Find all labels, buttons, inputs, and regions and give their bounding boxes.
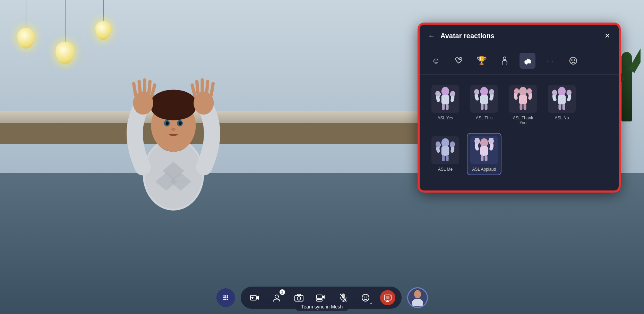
svg-point-42 [558,87,566,96]
svg-point-9 [166,121,169,125]
svg-rect-77 [317,299,322,301]
svg-point-48 [441,138,449,147]
reaction-label-asl-no: ASL No [555,116,569,120]
people-button[interactable]: 1 [269,290,284,305]
grid-menu-button[interactable] [216,288,235,307]
session-label: Team sync in Mesh [295,302,349,311]
category-trophy[interactable]: 🏆 [474,53,490,69]
svg-point-64 [225,297,226,298]
svg-point-82 [362,294,369,301]
svg-rect-53 [446,155,449,161]
panel-close-button[interactable]: ✕ [604,32,610,40]
record-button[interactable] [247,290,262,305]
svg-point-66 [223,299,225,300]
svg-rect-17 [527,59,529,63]
svg-point-60 [223,295,225,297]
reaction-avatar-asl-yes [431,85,459,113]
svg-point-38 [514,88,519,94]
reaction-label-asl-thank-you: ASL Thank You [509,116,537,125]
svg-point-84 [366,297,367,298]
svg-point-54 [480,138,488,147]
svg-point-63 [223,297,225,298]
svg-rect-41 [524,104,526,110]
svg-rect-76 [317,295,322,299]
svg-rect-55 [480,146,488,156]
svg-point-32 [474,89,479,95]
category-face[interactable] [565,53,581,69]
avatar-reactions-panel: ← Avatar reactions ✕ ☺ 🏆 ··· [419,24,620,192]
svg-point-33 [489,89,494,95]
svg-rect-31 [480,95,488,104]
reaction-avatar-asl-this [470,85,498,113]
svg-rect-59 [485,155,488,161]
category-tabs: ☺ 🏆 ··· [420,47,619,75]
avatar-container [69,28,277,271]
svg-point-11 [171,128,175,131]
svg-point-23 [574,59,575,61]
svg-point-44 [552,90,557,95]
reaction-avatar-asl-no [548,85,576,113]
emoji-chevron: ▲ [370,302,373,305]
svg-point-45 [567,90,572,95]
svg-rect-46 [558,104,561,110]
svg-rect-47 [563,104,565,110]
svg-rect-34 [481,104,483,110]
svg-point-72 [275,295,278,298]
panel-back-button[interactable]: ← [428,32,435,40]
svg-point-39 [527,88,532,94]
people-count-badge: 1 [280,289,285,295]
svg-rect-19 [525,60,526,64]
reaction-avatar-asl-applaud [470,136,498,164]
svg-point-61 [225,295,226,297]
svg-point-65 [227,297,228,298]
svg-point-30 [480,87,488,96]
svg-point-68 [227,299,228,300]
svg-rect-49 [441,146,449,156]
reaction-asl-this[interactable]: ASL This [467,82,501,129]
svg-point-6 [151,95,196,120]
svg-point-51 [450,141,455,147]
reaction-asl-thank-you[interactable]: ASL Thank You [506,82,540,129]
reaction-asl-yes[interactable]: ASL Yes [428,82,463,129]
category-emoji[interactable]: ☺ [428,53,444,69]
reaction-label-asl-this: ASL This [476,116,492,120]
reaction-label-asl-yes: ASL Yes [438,116,453,120]
svg-rect-40 [520,104,522,110]
user-avatar-button[interactable] [407,287,428,308]
svg-point-26 [435,91,440,96]
svg-point-89 [414,290,421,298]
avatar-svg [118,59,229,239]
reaction-asl-applaud[interactable]: ASL Applaud [467,133,501,175]
svg-point-22 [571,59,573,61]
light-1 [17,0,35,64]
category-more[interactable]: ··· [542,53,558,69]
svg-point-15 [503,57,506,60]
reaction-asl-me[interactable]: ASL Me [428,133,463,175]
svg-rect-86 [386,296,389,299]
svg-rect-52 [442,155,445,161]
svg-point-24 [441,87,449,96]
svg-point-27 [450,91,455,96]
svg-point-67 [225,299,226,300]
category-gesture[interactable] [497,53,513,69]
svg-rect-43 [558,95,566,104]
reaction-asl-no[interactable]: ASL No [544,82,579,129]
svg-rect-35 [485,104,488,110]
svg-point-62 [227,295,228,297]
reaction-avatar-asl-thank-you [509,85,537,113]
category-hand[interactable] [520,53,535,69]
category-hearts[interactable] [451,53,467,69]
svg-point-10 [179,121,182,125]
share-present-button[interactable] [380,290,395,305]
reaction-label-asl-applaud: ASL Applaud [472,167,496,172]
svg-rect-37 [519,95,527,104]
panel-header: ← Avatar reactions ✕ [420,25,619,47]
panel-title: Avatar reactions [440,32,604,40]
svg-rect-58 [481,155,483,161]
svg-point-50 [436,141,440,147]
svg-rect-29 [446,104,449,110]
svg-rect-25 [441,95,449,104]
svg-rect-90 [412,301,423,306]
emoji-reactions-button[interactable]: ▲ [358,290,373,305]
reaction-avatar-asl-me [431,136,459,164]
